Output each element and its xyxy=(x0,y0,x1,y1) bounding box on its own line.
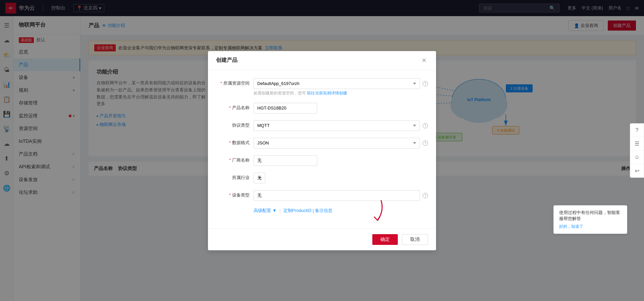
cancel-button[interactable]: 取消 xyxy=(402,234,428,245)
protocol-help-icon[interactable]: ? xyxy=(423,123,428,128)
modal-close-button[interactable]: ✕ xyxy=(420,56,428,64)
modal-title: 创建产品 xyxy=(216,57,237,64)
advanced-separator: | xyxy=(279,208,281,213)
data-format-control: JSON ? xyxy=(254,138,428,148)
protocol-select[interactable]: MQTT xyxy=(254,120,420,131)
protocol-control: MQTT ? xyxy=(254,120,428,131)
product-name-label: 产品名称 xyxy=(216,103,250,111)
float-list-icon[interactable]: ☰ xyxy=(630,137,644,150)
product-name-input[interactable] xyxy=(254,103,317,114)
resource-space-control: DefaultApp_6197urzh ? 如需创建新的资源空间，您可 前往当前… xyxy=(254,78,428,96)
data-format-label: 数据格式 xyxy=(216,138,250,146)
form-item-vendor: 厂商名称 xyxy=(216,155,428,166)
modal-overlay: 创建产品 ✕ 所属资源空间 DefaultApp_6197urzh ? 如需创建… xyxy=(0,0,644,301)
data-format-help-icon[interactable]: ? xyxy=(423,140,428,146)
resource-space-hint: 如需创建新的资源空间，您可 前往当前实例详情创建 xyxy=(254,90,428,96)
device-type-help-icon[interactable]: ? xyxy=(423,193,428,198)
advanced-options-link[interactable]: 定制ProductID | 备注信息 xyxy=(283,208,332,214)
tooltip-box: 使用过程中有任何问题，智能客服帮您解答 好的，知道了 xyxy=(553,205,627,234)
product-name-control xyxy=(254,103,428,114)
form-item-protocol: 协议类型 MQTT ? xyxy=(216,120,428,131)
form-item-industry: 所属行业 无 xyxy=(216,173,428,183)
tooltip-text: 使用过程中有任何问题，智能客服帮您解答 xyxy=(559,210,622,222)
industry-label: 所属行业 xyxy=(216,173,250,181)
device-type-input[interactable] xyxy=(254,190,420,201)
data-format-select[interactable]: JSON xyxy=(254,138,420,148)
resource-space-hint-link[interactable]: 前往当前实例详情创建 xyxy=(307,91,347,95)
float-back-icon[interactable]: ↩ xyxy=(630,164,644,177)
create-product-modal: 创建产品 ✕ 所属资源空间 DefaultApp_6197urzh ? 如需创建… xyxy=(208,51,436,250)
right-float-panel: ? ☰ ☺ ↩ xyxy=(630,123,644,178)
tooltip-link[interactable]: 好的，知道了 xyxy=(559,224,622,229)
form-item-data-format: 数据格式 JSON ? xyxy=(216,138,428,148)
float-help-icon[interactable]: ? xyxy=(630,124,644,137)
form-item-resource-space: 所属资源空间 DefaultApp_6197urzh ? 如需创建新的资源空间，… xyxy=(216,78,428,96)
device-type-control: ? xyxy=(254,190,428,201)
advanced-label: 高级配置 xyxy=(254,208,271,214)
chevron-down-icon: ▼ xyxy=(272,208,277,213)
vendor-label: 厂商名称 xyxy=(216,155,250,163)
advanced-config-toggle[interactable]: 高级配置 ▼ xyxy=(254,208,277,214)
modal-footer: 确定 取消 xyxy=(208,228,436,250)
device-type-label: 设备类型 xyxy=(216,190,250,198)
confirm-button[interactable]: 确定 xyxy=(372,234,398,245)
float-face-icon[interactable]: ☺ xyxy=(630,150,644,164)
vendor-control xyxy=(254,155,428,166)
resource-space-select[interactable]: DefaultApp_6197urzh xyxy=(254,78,420,89)
industry-control: 无 xyxy=(254,173,428,183)
modal-header: 创建产品 ✕ xyxy=(208,51,436,70)
form-item-device-type: 设备类型 ? xyxy=(216,190,428,201)
resource-space-help-icon[interactable]: ? xyxy=(423,81,428,86)
modal-body: 所属资源空间 DefaultApp_6197urzh ? 如需创建新的资源空间，… xyxy=(208,70,436,228)
form-item-product-name: 产品名称 xyxy=(216,103,428,114)
advanced-config-row: 高级配置 ▼ | 定制ProductID | 备注信息 xyxy=(216,208,428,214)
protocol-label: 协议类型 xyxy=(216,120,250,128)
vendor-input[interactable] xyxy=(254,155,317,166)
resource-space-label: 所属资源空间 xyxy=(216,78,250,86)
industry-select[interactable]: 无 xyxy=(254,173,265,183)
